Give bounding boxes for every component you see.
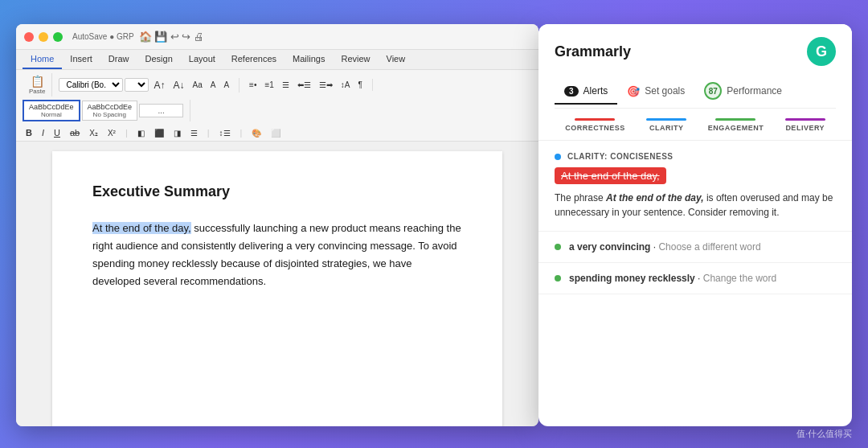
font-grow-btn[interactable]: A↑: [150, 78, 168, 92]
engagement-label: ENGAGEMENT: [708, 124, 764, 132]
style-more[interactable]: ...: [139, 104, 183, 117]
decrease-indent-btn[interactable]: ⬅☰: [294, 79, 314, 91]
grammarly-icon: G: [807, 37, 836, 66]
tab-set-goals[interactable]: 🎯 Set goals: [617, 79, 694, 105]
goals-label: Set goals: [645, 85, 685, 97]
increase-indent-btn[interactable]: ☰➡: [316, 79, 336, 91]
align-right-btn[interactable]: ◨: [170, 127, 184, 139]
delivery-underline: [785, 118, 825, 121]
line-spacing-btn[interactable]: ↕☰: [216, 127, 234, 139]
ribbon-toolbar-row2: B I U ab X₂ X² | ◧ ⬛ ◨ ☰ | ↕☰ | 🎨 ⬜: [16, 125, 538, 142]
suggestion-action-1: Choose a different word: [658, 241, 760, 253]
suggestion-text-1: a very convincing · Choose a different w…: [569, 241, 761, 253]
paste-area[interactable]: 📋 Paste: [23, 73, 52, 97]
suggestion-sep-2: ·: [698, 273, 703, 284]
suggestion-dot-2: [555, 275, 561, 282]
score-tab-delivery[interactable]: DELIVERY: [785, 118, 825, 132]
suggestion-action-2: Change the word: [703, 273, 776, 284]
score-tab-engagement[interactable]: ENGAGEMENT: [708, 118, 764, 132]
font-shrink-btn[interactable]: A↓: [170, 78, 187, 92]
font-selector[interactable]: Calibri (Bo...: [59, 78, 123, 92]
desc-before: The phrase: [555, 192, 606, 203]
tab-alerts[interactable]: 3 Alerts: [555, 79, 617, 105]
performance-score: 87: [704, 82, 722, 100]
correctness-label: CORRECTNESS: [565, 124, 625, 132]
performance-label: Performance: [727, 85, 782, 97]
bold-btn[interactable]: B: [23, 126, 35, 139]
strikethrough-btn[interactable]: ab: [67, 126, 83, 139]
styles-group: AaBbCcDdEe Normal AaBbCcDdEe No Spacing …: [23, 100, 190, 121]
traffic-lights: [24, 32, 63, 42]
alert-header: CLARITY: CONCISENESS: [555, 152, 836, 161]
score-tab-clarity[interactable]: CLARITY: [646, 118, 686, 132]
score-tab-correctness[interactable]: CORRECTNESS: [565, 118, 625, 132]
clear-format-btn[interactable]: A: [207, 79, 219, 91]
suggestion-item-1[interactable]: a very convincing · Choose a different w…: [538, 232, 852, 263]
paragraph-group: ≡• ≡1 ☰ ⬅☰ ☰➡ ↕A ¶: [246, 79, 373, 91]
alert-category: CLARITY: CONCISENESS: [567, 152, 674, 161]
document-title: Executive Summary: [92, 183, 462, 200]
justify-btn[interactable]: ☰: [187, 127, 201, 139]
border-btn[interactable]: ⬜: [268, 127, 284, 139]
clarity-underline: [646, 118, 686, 121]
tab-home[interactable]: Home: [23, 50, 62, 69]
engagement-underline: [715, 118, 755, 121]
superscript-btn[interactable]: X²: [104, 127, 119, 139]
text-case-btn[interactable]: Aa: [190, 79, 206, 91]
style-no-spacing[interactable]: AaBbCcDdEe No Spacing: [82, 101, 138, 121]
tab-mailings[interactable]: Mailings: [285, 50, 333, 69]
toolbar-icons: 🏠 💾 ↩ ↪ 🖨: [139, 31, 204, 43]
main-alert-item[interactable]: CLARITY: CONCISENESS At the end of the d…: [538, 141, 852, 232]
sort-btn[interactable]: ↕A: [338, 79, 354, 91]
grammarly-content[interactable]: CLARITY: CONCISENESS At the end of the d…: [538, 141, 852, 426]
delivery-label: DELIVERY: [785, 124, 825, 132]
subscript-btn[interactable]: X₂: [86, 127, 101, 139]
multilevel-btn[interactable]: ☰: [279, 79, 293, 91]
align-center-btn[interactable]: ⬛: [151, 127, 167, 139]
tab-view[interactable]: View: [379, 50, 414, 69]
font-size-selector[interactable]: 12: [125, 78, 149, 92]
show-marks-btn[interactable]: ¶: [355, 79, 366, 91]
suggestion-item-2[interactable]: spending money recklessly · Change the w…: [538, 263, 852, 294]
ribbon-toolbar-row1: 📋 Paste Calibri (Bo... 12 A↑ A↓ Aa A A ≡…: [16, 70, 538, 125]
grammarly-header: Grammarly G 3 Alerts 🎯 Set goals 87 Perf…: [538, 24, 852, 109]
correctness-underline: [575, 118, 615, 121]
goals-icon: 🎯: [627, 85, 640, 97]
title-bar: AutoSave ● GRP 🏠 💾 ↩ ↪ 🖨: [16, 24, 538, 50]
format-paint-btn[interactable]: A: [220, 79, 232, 91]
tab-draw[interactable]: Draw: [100, 50, 137, 69]
tab-design[interactable]: Design: [137, 50, 181, 69]
suggestion-text-2: spending money recklessly · Change the w…: [569, 273, 776, 284]
style-normal[interactable]: AaBbCcDdEe Normal: [23, 100, 80, 121]
tab-insert[interactable]: Insert: [62, 50, 100, 69]
italic-btn[interactable]: I: [39, 126, 47, 139]
alerts-label: Alerts: [583, 85, 608, 97]
close-button[interactable]: [24, 32, 34, 42]
alert-phrase-box: At the end of the day,: [555, 167, 666, 184]
ribbon-tabs: Home Insert Draw Design Layout Reference…: [16, 50, 538, 70]
document-body: At the end of the day, successfully laun…: [92, 220, 462, 290]
numbering-btn[interactable]: ≡1: [261, 79, 276, 91]
font-group: Calibri (Bo... 12 A↑ A↓ Aa A A: [59, 78, 240, 92]
desc-phrase: At the end of the day,: [606, 192, 704, 203]
autosave-label: AutoSave ● GRP: [72, 32, 134, 41]
alert-description: The phrase At the end of the day, is oft…: [555, 191, 836, 220]
tab-review[interactable]: Review: [333, 50, 378, 69]
suggestion-phrase-1: a very convincing: [569, 241, 650, 253]
document-scroll-area[interactable]: Executive Summary At the end of the day,…: [16, 142, 538, 426]
highlighted-phrase: At the end of the day,: [92, 222, 191, 234]
suggestion-dot-1: [555, 244, 561, 250]
grammarly-top-tabs: 3 Alerts 🎯 Set goals 87 Performance: [555, 76, 836, 109]
align-left-btn[interactable]: ◧: [134, 127, 148, 139]
word-window: AutoSave ● GRP 🏠 💾 ↩ ↪ 🖨 Home Insert Dra…: [16, 24, 538, 426]
tab-references[interactable]: References: [223, 50, 285, 69]
tab-performance[interactable]: 87 Performance: [694, 76, 792, 108]
fullscreen-button[interactable]: [53, 32, 63, 42]
shading-btn[interactable]: 🎨: [248, 127, 264, 139]
grammarly-panel: Grammarly G 3 Alerts 🎯 Set goals 87 Perf…: [538, 24, 852, 426]
suggestion-phrase-2: spending money recklessly: [569, 273, 695, 284]
bullets-btn[interactable]: ≡•: [246, 79, 260, 91]
underline-btn[interactable]: U: [51, 126, 63, 139]
tab-layout[interactable]: Layout: [181, 50, 223, 69]
minimize-button[interactable]: [39, 32, 48, 42]
